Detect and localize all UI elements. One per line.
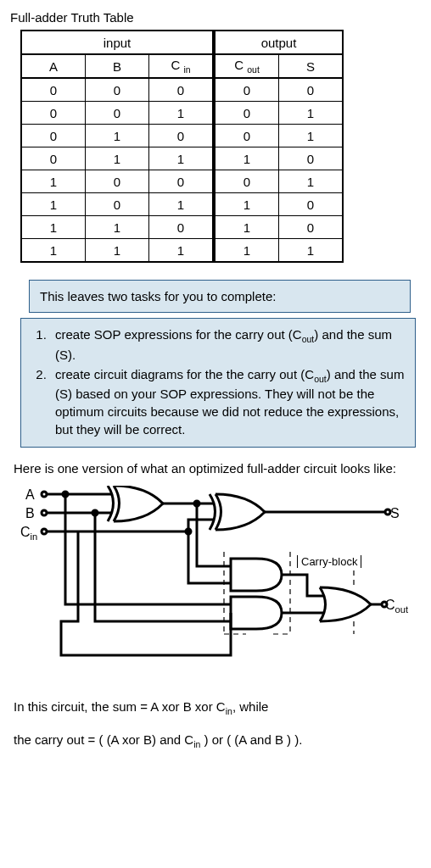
cell: 0	[279, 78, 344, 102]
cell: 1	[86, 147, 149, 170]
page-title: Full-adder Truth Table	[10, 10, 421, 25]
col-A: A	[21, 54, 86, 78]
col-Cin: C in	[149, 54, 215, 78]
callout-intro: This leaves two tasks for you to complet…	[29, 280, 411, 313]
cell: 0	[21, 78, 86, 102]
col-B: B	[86, 54, 149, 78]
cell: 0	[21, 125, 86, 147]
col-Cout: C out	[214, 54, 279, 78]
intro-optimized: Here is one version of what an optimized…	[14, 459, 417, 477]
gates-svg	[19, 486, 417, 672]
cell: 1	[86, 239, 149, 263]
cell: 0	[214, 170, 279, 193]
cell: 0	[149, 125, 215, 147]
svg-point-2	[42, 529, 47, 534]
cell: 1	[149, 239, 215, 263]
cell: 1	[86, 216, 149, 239]
cell: 1	[149, 147, 215, 170]
cell: 0	[279, 216, 344, 239]
cell: 0	[279, 147, 344, 170]
cell: 1	[279, 102, 344, 125]
cell: 1	[279, 125, 344, 147]
cell: 0	[21, 102, 86, 125]
cell: 1	[279, 239, 344, 263]
cell: 0	[149, 78, 215, 102]
cell: 0	[86, 193, 149, 216]
cell: 1	[21, 170, 86, 193]
tasks-callout: create SOP expressions for the carry out…	[20, 318, 416, 448]
cell: 1	[149, 102, 215, 125]
svg-point-15	[382, 602, 387, 607]
truth-table: input output A B C in C out S 0000000101…	[20, 30, 344, 263]
circuit-diagram: A B Cin S Carry-block Cout	[19, 486, 421, 672]
cell: 1	[214, 216, 279, 239]
cell: 0	[86, 170, 149, 193]
table-row: 10110	[21, 193, 343, 216]
table-row: 10001	[21, 170, 343, 193]
col-S: S	[279, 54, 344, 78]
cell: 0	[21, 147, 86, 170]
cell: 1	[86, 125, 149, 147]
task-1: create SOP expressions for the carry out…	[50, 326, 405, 364]
task-2: create circuit diagrams for the the carr…	[50, 365, 405, 439]
cell: 0	[214, 125, 279, 147]
cell: 1	[214, 239, 279, 263]
equation-sum: In this circuit, the sum = A xor B xor C…	[14, 698, 417, 719]
cell: 0	[86, 102, 149, 125]
cell: 0	[279, 193, 344, 216]
table-row: 01110	[21, 147, 343, 170]
group-output: output	[214, 31, 343, 54]
svg-point-1	[42, 510, 47, 515]
cell: 1	[21, 216, 86, 239]
cell: 1	[279, 170, 344, 193]
table-row: 11010	[21, 216, 343, 239]
cell: 0	[149, 216, 215, 239]
cell: 1	[21, 193, 86, 216]
cell: 0	[214, 78, 279, 102]
svg-point-9	[385, 509, 390, 515]
cell: 1	[149, 193, 215, 216]
cell: 0	[86, 78, 149, 102]
cell: 1	[21, 239, 86, 263]
cell: 0	[149, 170, 215, 193]
cell: 0	[214, 102, 279, 125]
cell: 1	[214, 193, 279, 216]
table-row: 11111	[21, 239, 343, 263]
table-row: 01001	[21, 125, 343, 147]
table-row: 00101	[21, 102, 343, 125]
cell: 1	[214, 147, 279, 170]
table-row: 00000	[21, 78, 343, 102]
group-input: input	[21, 31, 214, 54]
svg-point-0	[42, 492, 47, 497]
equation-carry: the carry out = ( (A xor B) and Cin ) or…	[14, 731, 417, 752]
